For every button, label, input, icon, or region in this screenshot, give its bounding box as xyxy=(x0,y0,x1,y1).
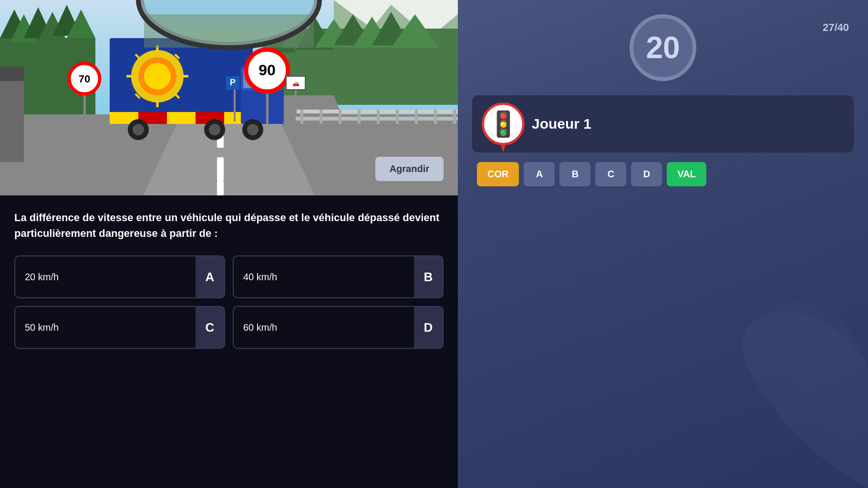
svg-rect-30 xyxy=(358,110,361,124)
val-button[interactable]: VAL xyxy=(667,162,706,186)
timer-value: 20 xyxy=(646,30,680,65)
svg-rect-29 xyxy=(339,110,341,124)
answers-grid: 20 km/h A 40 km/h B 50 km/h C 60 km/h D xyxy=(14,255,444,349)
answer-d-text: 60 km/h xyxy=(234,322,414,333)
svg-rect-28 xyxy=(320,110,322,124)
btn-b[interactable]: B xyxy=(559,162,590,186)
svg-rect-24 xyxy=(217,181,224,195)
svg-rect-31 xyxy=(377,110,380,124)
svg-text:🚗: 🚗 xyxy=(292,80,300,87)
avatar-pin xyxy=(500,143,506,152)
avatar-circle: 🚦 xyxy=(482,102,525,145)
svg-rect-52 xyxy=(167,112,196,124)
wave-decoration xyxy=(677,297,868,488)
svg-point-58 xyxy=(209,124,220,135)
answer-a-letter: A xyxy=(196,256,224,297)
svg-rect-79 xyxy=(144,14,314,48)
player-name: Joueur 1 xyxy=(532,116,844,132)
btn-c[interactable]: C xyxy=(595,162,626,186)
timer-circle: 20 xyxy=(630,14,696,81)
svg-rect-27 xyxy=(300,110,303,124)
question-text: La différence de vitesse entre un véhicu… xyxy=(14,210,444,241)
svg-point-63 xyxy=(247,124,258,135)
image-container: 70 90 🚗 P Agrandir xyxy=(0,0,458,195)
svg-text:90: 90 xyxy=(258,61,276,79)
btn-d[interactable]: D xyxy=(631,162,662,186)
progress-label: 27/40 xyxy=(823,21,849,34)
svg-point-56 xyxy=(133,124,144,135)
avatar-container: 🚦 xyxy=(482,102,525,145)
answer-c-letter: C xyxy=(196,307,224,348)
answer-c-text: 50 km/h xyxy=(15,322,196,333)
cor-button[interactable]: COR xyxy=(477,162,519,186)
question-area: La différence de vitesse entre un véhicu… xyxy=(0,195,458,488)
btn-a[interactable]: A xyxy=(524,162,555,186)
answer-b-letter: B xyxy=(414,256,443,297)
svg-rect-34 xyxy=(434,110,437,124)
right-panel: 27/40 20 🚦 Joueur 1 COR A B C D VAL xyxy=(458,0,868,488)
answer-a[interactable]: 20 km/h A xyxy=(14,255,225,298)
answer-buttons-row: COR A B C D VAL xyxy=(472,162,854,186)
answer-b-text: 40 km/h xyxy=(234,272,414,283)
answer-d[interactable]: 60 km/h D xyxy=(233,306,444,349)
svg-rect-35 xyxy=(453,110,456,124)
svg-rect-37 xyxy=(0,67,24,81)
answer-a-text: 20 km/h xyxy=(15,272,196,283)
answer-d-letter: D xyxy=(414,307,443,348)
traffic-light-icon: 🚦 xyxy=(488,112,519,136)
svg-text:P: P xyxy=(230,78,236,87)
svg-rect-32 xyxy=(396,110,399,124)
svg-rect-33 xyxy=(415,110,418,124)
player-card: 🚦 Joueur 1 xyxy=(472,95,854,152)
svg-text:70: 70 xyxy=(79,73,90,85)
svg-point-41 xyxy=(144,63,171,90)
left-panel: 70 90 🚗 P Agrandir La différe xyxy=(0,0,458,488)
svg-rect-23 xyxy=(217,157,224,181)
agrandir-button[interactable]: Agrandir xyxy=(375,157,444,181)
answer-c[interactable]: 50 km/h C xyxy=(14,306,225,349)
answer-b[interactable]: 40 km/h B xyxy=(233,255,444,298)
